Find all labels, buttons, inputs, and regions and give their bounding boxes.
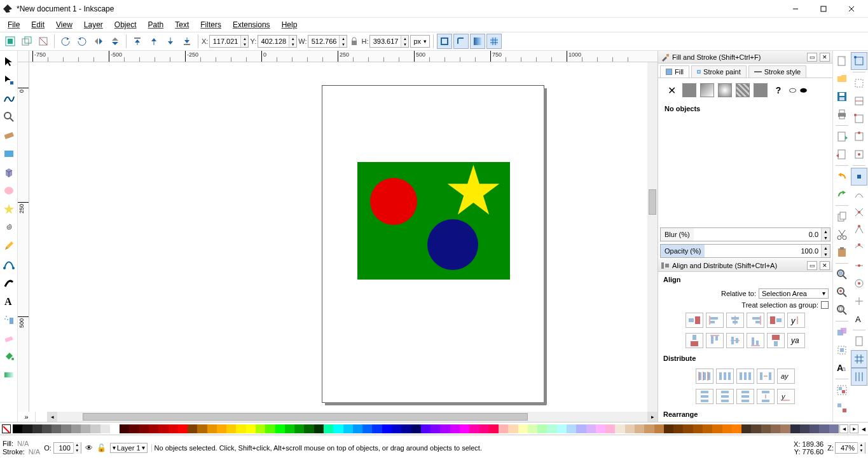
- fill-unknown-button[interactable]: ?: [771, 83, 785, 97]
- align-header[interactable]: Align and Distribute (Shift+Ctrl+A) ▭ ✕: [658, 259, 832, 272]
- palette-color[interactable]: [499, 424, 508, 433]
- dist-text-h-button[interactable]: ay: [777, 369, 795, 384]
- menu-object[interactable]: Object: [109, 19, 142, 30]
- palette-color[interactable]: [353, 424, 362, 433]
- tab-stroke-paint[interactable]: Stroke paint: [691, 65, 747, 78]
- spiral-tool[interactable]: [1, 218, 17, 236]
- palette-color[interactable]: [431, 424, 440, 433]
- palette-color[interactable]: [489, 424, 499, 433]
- palette-color[interactable]: [771, 424, 780, 433]
- palette-color[interactable]: [294, 424, 304, 433]
- fill-radial-button[interactable]: [718, 83, 732, 97]
- circle-tool[interactable]: [1, 181, 17, 200]
- palette-color[interactable]: [362, 424, 372, 433]
- layer-visible-icon[interactable]: 👁: [85, 443, 93, 452]
- fill-stroke-header[interactable]: Fill and Stroke (Shift+Ctrl+F) ▭ ✕: [658, 51, 832, 64]
- dist-top-button[interactable]: [696, 389, 713, 404]
- w-input[interactable]: 512.766 ▲▼: [308, 35, 347, 48]
- snap-bbox-button[interactable]: [851, 74, 867, 92]
- palette-color[interactable]: [761, 424, 771, 433]
- color-palette[interactable]: [13, 424, 839, 433]
- snap-smooth-button[interactable]: [851, 239, 867, 257]
- align-center-h-button[interactable]: [726, 313, 744, 328]
- palette-color[interactable]: [197, 424, 207, 433]
- palette-no-fill[interactable]: [2, 424, 11, 433]
- fill-pick2-icon[interactable]: ⬬: [800, 85, 807, 95]
- palette-color[interactable]: [411, 424, 421, 433]
- palette-color[interactable]: [178, 424, 188, 433]
- palette-color[interactable]: [61, 424, 71, 433]
- palette-color[interactable]: [722, 424, 732, 433]
- fill-flat-button[interactable]: [682, 83, 696, 97]
- paste-button[interactable]: [834, 243, 850, 261]
- palette-color[interactable]: [800, 424, 809, 433]
- raise-button[interactable]: [146, 34, 162, 49]
- palette-color[interactable]: [460, 424, 469, 433]
- zoom-tool[interactable]: [1, 107, 17, 126]
- palette-color[interactable]: [450, 424, 460, 433]
- palette-color[interactable]: [751, 424, 761, 433]
- menu-filters[interactable]: Filters: [195, 19, 226, 30]
- palette-color[interactable]: [829, 424, 839, 433]
- palette-color[interactable]: [693, 424, 703, 433]
- fill-pick1-icon[interactable]: ⬭: [789, 85, 796, 95]
- rect-tool[interactable]: [1, 144, 17, 163]
- palette-color[interactable]: [596, 424, 605, 433]
- palette-color[interactable]: [557, 424, 567, 433]
- palette-color[interactable]: [382, 424, 392, 433]
- affect-pattern-button[interactable]: [486, 34, 502, 49]
- palette-color[interactable]: [343, 424, 353, 433]
- zoom-page-button[interactable]: [834, 301, 850, 319]
- palette-color[interactable]: [664, 424, 673, 433]
- node-tool[interactable]: [1, 71, 17, 89]
- palette-color[interactable]: [246, 424, 256, 433]
- palette-color[interactable]: [392, 424, 401, 433]
- dist-text-v-button[interactable]: y: [777, 389, 795, 404]
- snap-node-button[interactable]: [851, 168, 867, 186]
- palette-color[interactable]: [790, 424, 800, 433]
- snap-grid-button[interactable]: [851, 350, 867, 368]
- align-top-button[interactable]: [706, 333, 724, 348]
- zoom-selection-button[interactable]: [834, 266, 850, 283]
- box3d-tool[interactable]: [1, 163, 17, 181]
- palette-color[interactable]: [13, 424, 22, 433]
- dist-center-v-button[interactable]: [716, 389, 734, 404]
- menu-edit[interactable]: Edit: [26, 19, 50, 30]
- palette-color[interactable]: [169, 424, 178, 433]
- menu-help[interactable]: Help: [277, 19, 303, 30]
- rotate-ccw-button[interactable]: [58, 34, 73, 49]
- snap-midpoint-button[interactable]: [851, 257, 867, 274]
- fill-swatch-button[interactable]: [754, 83, 768, 97]
- palette-color[interactable]: [401, 424, 411, 433]
- palette-color[interactable]: [547, 424, 556, 433]
- palette-color[interactable]: [732, 424, 741, 433]
- toolbox-overflow-button[interactable]: »: [18, 412, 36, 422]
- palette-color[interactable]: [149, 424, 158, 433]
- blur-field[interactable]: Blur (%) 0.0 ▲▼: [660, 227, 830, 241]
- relative-to-select[interactable]: Selection Area: [759, 288, 829, 299]
- zoom-input[interactable]: 47% ▲▼: [835, 442, 865, 454]
- palette-color[interactable]: [508, 424, 518, 433]
- palette-color[interactable]: [226, 424, 236, 433]
- snap-bbox-mid-button[interactable]: [851, 128, 867, 145]
- vertical-ruler[interactable]: 0250500: [18, 62, 29, 412]
- palette-color[interactable]: [615, 424, 624, 433]
- text-tool[interactable]: A: [1, 292, 17, 310]
- affect-stroke-button[interactable]: [437, 34, 452, 49]
- palette-color[interactable]: [741, 424, 751, 433]
- palette-scroll-right[interactable]: ▸: [850, 424, 858, 433]
- h-input[interactable]: 393.617 ▲▼: [369, 35, 409, 48]
- raise-top-button[interactable]: [130, 34, 145, 49]
- palette-color[interactable]: [333, 424, 343, 433]
- align-bottom-out-button[interactable]: [767, 333, 785, 348]
- palette-color[interactable]: [654, 424, 664, 433]
- palette-color[interactable]: [22, 424, 32, 433]
- palette-color[interactable]: [528, 424, 537, 433]
- snap-bbox-center-button[interactable]: [851, 145, 867, 163]
- palette-color[interactable]: [421, 424, 431, 433]
- tab-stroke-style[interactable]: Stroke style: [748, 65, 806, 78]
- affect-corners-button[interactable]: [453, 34, 469, 49]
- gradient-tool[interactable]: [1, 365, 17, 384]
- palette-color[interactable]: [139, 424, 149, 433]
- palette-color[interactable]: [567, 424, 576, 433]
